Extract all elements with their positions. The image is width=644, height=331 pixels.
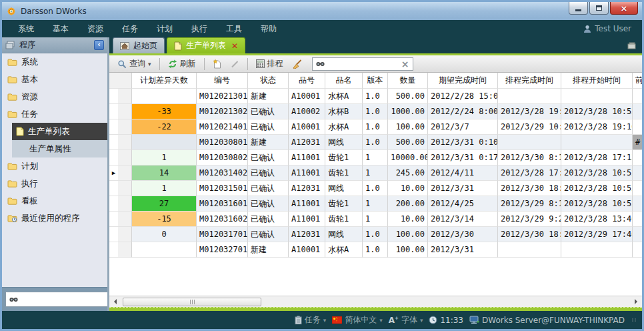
cell-version[interactable]: 1.0 <box>363 242 388 258</box>
new-button[interactable] <box>210 58 224 70</box>
cell-quantity[interactable]: 200.00 <box>388 196 428 212</box>
cell-item-name[interactable]: 网线 <box>325 135 363 150</box>
cell-status[interactable]: 已确认 <box>248 119 289 135</box>
cell-expected-finish[interactable]: 2012/3/31 <box>428 242 498 258</box>
refresh-button[interactable]: 刷新 <box>165 57 199 71</box>
maximize-button[interactable] <box>589 2 609 15</box>
cell-status[interactable]: 已确认 <box>248 196 289 212</box>
cell-schedule-start[interactable]: 2012/3/28 19:10 <box>561 119 633 135</box>
table-row[interactable]: M012030801 新建 A12031 网线 1.0 500.00 2012/… <box>109 135 642 150</box>
cell-item-no[interactable]: A11001 <box>289 196 325 212</box>
scroll-left-button[interactable] <box>109 296 121 307</box>
cell-status[interactable]: 已确认 <box>248 150 289 166</box>
cell-item-no[interactable]: A10001 <box>289 89 325 104</box>
cell-plan-variance-days[interactable] <box>132 135 197 150</box>
cell-version[interactable]: 1.0 <box>363 119 388 135</box>
row-header-cell[interactable] <box>118 212 132 227</box>
column-header-item-no[interactable]: 品号 <box>289 73 325 89</box>
table-row[interactable]: 0 M012031701 已确认 A12031 网线 1.0 100.00 20… <box>109 227 642 242</box>
cell-number[interactable]: M012030802 <box>197 150 248 166</box>
cell-schedule-finish[interactable]: 2012/3/30 18:00 <box>498 227 561 242</box>
cell-item-no[interactable]: A12031 <box>289 135 325 150</box>
cell-expected-finish[interactable]: 2012/3/14 <box>428 212 498 227</box>
cell-version[interactable]: 1 <box>363 150 388 166</box>
cell-number[interactable]: M012021301 <box>197 89 248 104</box>
cell-flag[interactable] <box>633 227 642 242</box>
row-header-cell[interactable] <box>118 150 132 166</box>
cell-version[interactable]: 1.0 <box>363 104 388 119</box>
cell-item-no[interactable]: A10001 <box>289 242 325 258</box>
cell-item-no[interactable]: A10002 <box>289 104 325 119</box>
cell-expected-finish[interactable]: 2012/4/11 <box>428 166 498 181</box>
cell-status[interactable]: 新建 <box>248 242 289 258</box>
cell-status[interactable]: 新建 <box>248 135 289 150</box>
table-row[interactable]: ▶ 14 M012031402 已确认 A11001 齿轮1 1 245.00 … <box>109 166 642 181</box>
cell-plan-variance-days[interactable]: -22 <box>132 119 197 135</box>
table-row[interactable]: 1 M012030802 已确认 A11001 齿轮1 1 10000.00 2… <box>109 150 642 166</box>
cell-flag[interactable] <box>633 196 642 212</box>
statusbar-font-menu[interactable]: A+ 字体 ▾ <box>389 314 423 326</box>
menu-item[interactable]: 任务 <box>113 20 147 37</box>
cell-schedule-finish[interactable]: 2012/3/29 10:20 <box>498 119 561 135</box>
cell-version[interactable]: 1 <box>363 212 388 227</box>
cell-schedule-start[interactable] <box>561 242 633 258</box>
cell-number[interactable]: M012031501 <box>197 181 248 196</box>
cell-item-name[interactable]: 水杯A <box>325 242 363 258</box>
column-header-status[interactable]: 状态 <box>248 73 289 89</box>
cell-schedule-start[interactable]: 2012/3/28 10:52 <box>561 196 633 212</box>
cell-item-name[interactable]: 水杯A <box>325 89 363 104</box>
cell-schedule-start[interactable]: 2012/3/28 10:52 <box>561 166 633 181</box>
sidebar-item-execute[interactable]: 执行 <box>2 175 107 192</box>
cell-item-name[interactable]: 水杯B <box>325 104 363 119</box>
cell-item-no[interactable]: A12031 <box>289 227 325 242</box>
cell-plan-variance-days[interactable]: 1 <box>132 181 197 196</box>
row-header-cell[interactable] <box>118 89 132 104</box>
cell-quantity[interactable]: 500.00 <box>388 89 428 104</box>
column-header-version[interactable]: 版本 <box>363 73 388 89</box>
cell-schedule-start[interactable]: 2012/3/28 13:40 <box>561 212 633 227</box>
cell-schedule-start[interactable]: 2012/3/28 10:52 <box>561 104 633 119</box>
cell-plan-variance-days[interactable]: 27 <box>132 196 197 212</box>
column-header-partial[interactable]: 前 <box>633 73 642 89</box>
cell-schedule-start[interactable] <box>561 135 633 150</box>
table-row[interactable]: M012032701 新建 A10001 水杯A 1.0 100.00 2012… <box>109 242 642 258</box>
cell-quantity[interactable]: 10.00 <box>388 212 428 227</box>
cell-flag[interactable] <box>633 242 642 258</box>
cell-item-name[interactable]: 水杯A <box>325 119 363 135</box>
sidebar-item-task[interactable]: 任务 <box>2 105 107 123</box>
sidebar-item-recent-programs[interactable]: 最近使用的程序 <box>2 210 107 227</box>
table-row[interactable]: 1 M012031501 已确认 A12031 网线 1.0 10.00 201… <box>109 181 642 196</box>
cell-version[interactable]: 1 <box>363 196 388 212</box>
cell-plan-variance-days[interactable]: -33 <box>132 104 197 119</box>
column-header-schedule-start[interactable]: 排程开始时间 <box>561 73 633 89</box>
cell-schedule-start[interactable]: 2012/3/29 17:46 <box>561 227 633 242</box>
cell-item-no[interactable]: A11001 <box>289 212 325 227</box>
menu-item[interactable]: 帮助 <box>251 20 286 37</box>
tab-close-icon[interactable]: ✕ <box>231 42 238 50</box>
menu-item[interactable]: 执行 <box>182 20 217 37</box>
cell-flag[interactable] <box>633 166 642 181</box>
cell-quantity[interactable]: 10000.00 <box>388 150 428 166</box>
row-header-cell[interactable] <box>118 181 132 196</box>
cell-status[interactable]: 已确认 <box>248 212 289 227</box>
sidebar-collapse-button[interactable]: ‹ <box>94 40 104 50</box>
column-header-schedule-finish[interactable]: 排程完成时间 <box>498 73 561 89</box>
column-header-expected-finish[interactable]: 期望完成时间 <box>428 73 498 89</box>
cell-flag[interactable] <box>633 119 642 135</box>
cell-schedule-start[interactable] <box>561 89 633 104</box>
cell-schedule-finish[interactable]: 2012/3/28 19:10 <box>498 104 561 119</box>
cell-schedule-finish[interactable] <box>498 242 561 258</box>
sidebar-item-production-order-props[interactable]: 生产单属性 <box>12 140 107 157</box>
cell-status[interactable]: 已确认 <box>248 166 289 181</box>
cell-plan-variance-days[interactable]: 0 <box>132 227 197 242</box>
cell-plan-variance-days[interactable]: -15 <box>132 212 197 227</box>
cell-item-no[interactable]: A12031 <box>289 181 325 196</box>
schedule-button[interactable]: 排程 <box>253 57 286 71</box>
table-row[interactable]: 27 M012031601 已确认 A11001 齿轮1 1 200.00 20… <box>109 196 642 212</box>
cell-schedule-start[interactable]: 2012/3/28 10:52 <box>561 181 633 196</box>
cell-item-no[interactable]: A10001 <box>289 119 325 135</box>
cell-expected-finish[interactable]: 2012/3/31 <box>428 181 498 196</box>
cell-status[interactable]: 已确认 <box>248 181 289 196</box>
menu-item[interactable]: 资源 <box>78 20 113 37</box>
row-header-cell[interactable] <box>118 135 132 150</box>
